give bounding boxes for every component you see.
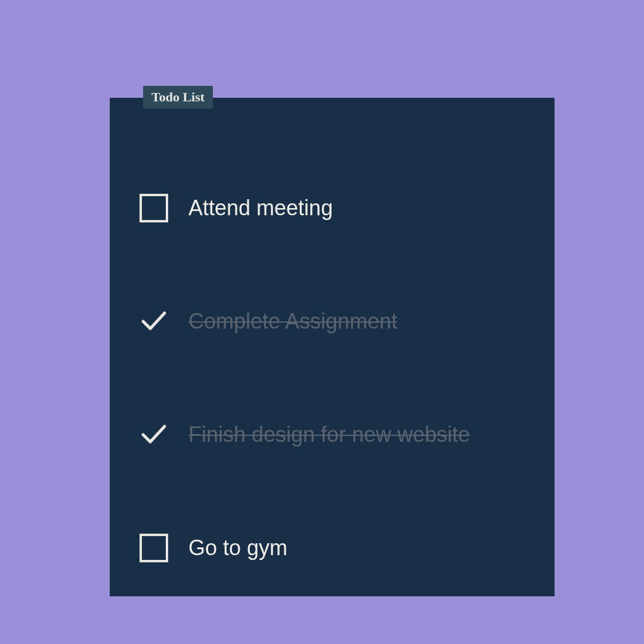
checkbox-unchecked-icon[interactable]: [140, 534, 168, 562]
todo-item-label: Complete Assignment: [188, 309, 397, 334]
todo-item-label: Go to gym: [188, 535, 287, 561]
todo-item[interactable]: Go to gym: [140, 491, 525, 605]
checkmark-icon[interactable]: [140, 420, 168, 449]
checkbox-unchecked-icon[interactable]: [140, 194, 168, 222]
todo-item-label: Finish design for new website: [188, 422, 470, 447]
todo-item[interactable]: Complete Assignment: [140, 265, 525, 378]
todo-item[interactable]: Finish design for new website: [140, 378, 525, 491]
badge-label: Todo List: [151, 89, 205, 104]
todo-list-badge: Todo List: [143, 86, 213, 109]
todo-item[interactable]: Attend meeting: [140, 151, 525, 265]
todo-item-label: Attend meeting: [188, 196, 333, 221]
todo-list: Attend meeting Complete Assignment Finis…: [110, 98, 555, 605]
todo-container: Attend meeting Complete Assignment Finis…: [110, 98, 555, 596]
checkmark-icon[interactable]: [140, 307, 168, 336]
